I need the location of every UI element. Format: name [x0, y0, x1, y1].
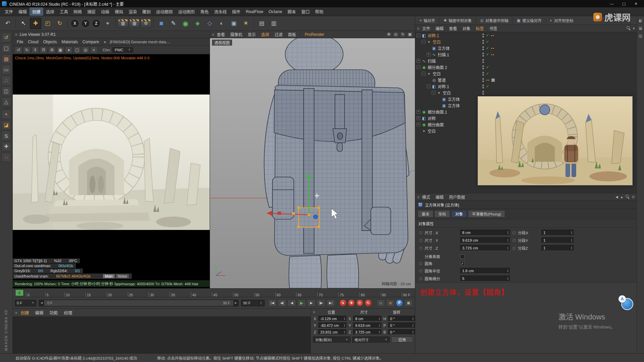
anim-dot-icon[interactable] [419, 231, 422, 234]
model-mode-button[interactable]: ▢ [2, 44, 11, 53]
channel-select[interactable]: PMC▼ [112, 47, 133, 53]
key-position-button[interactable]: ✚ [348, 299, 355, 307]
size-input[interactable]: 9.619 cm [460, 237, 510, 243]
paint-tool-button[interactable]: ◪ [2, 120, 11, 130]
stepper-icon[interactable] [570, 238, 573, 243]
minimize-button[interactable]: — [606, 0, 618, 7]
menu-渲染[interactable]: 渲染 [126, 7, 140, 16]
polygons-mode-button[interactable]: △ [2, 97, 11, 107]
tree-expand-icon[interactable]: + [427, 53, 430, 56]
stepper-icon[interactable] [506, 230, 509, 235]
lock-x-button[interactable]: X [70, 19, 79, 28]
make-editable-button[interactable]: ↺ [2, 33, 11, 42]
tree-item-立方体[interactable]: ▣立方体✓●● [415, 45, 637, 51]
segments-input[interactable]: 1 [541, 245, 574, 251]
align-button-4[interactable]: ▣使父级对齐 [515, 17, 544, 24]
attr-tab-坐标[interactable]: 坐标 [434, 210, 450, 218]
tree-item-扫描.1[interactable]: +∿扫描.1✓●● [415, 51, 637, 58]
key-rotation-button[interactable]: ↻ [365, 299, 372, 307]
scale-button[interactable]: ◰ [42, 18, 53, 29]
tag-dots-icon[interactable]: ●● [486, 79, 489, 81]
lv-menu-Materials[interactable]: Materials [59, 39, 80, 45]
mat-tab-创建[interactable]: 创建 [18, 308, 32, 317]
tree-expand-icon[interactable]: − [417, 65, 420, 69]
stepper-icon[interactable] [342, 316, 346, 321]
attr-menu-编辑[interactable]: 编辑 [433, 193, 446, 200]
main-tab[interactable]: Main [103, 274, 115, 279]
attr-tab-平滑着色(Phong)[interactable]: 平滑着色(Phong) [468, 210, 505, 218]
end-frame-input[interactable]: 90 F [241, 300, 265, 306]
next-key-button[interactable]: |▶ [317, 299, 325, 307]
timeline-range-slider[interactable]: ◀ 0 F 90 F ▶ [39, 300, 238, 306]
lv-pin-button[interactable]: ⌖ [90, 47, 98, 53]
toggle-view-icon[interactable]: ▣ [407, 32, 413, 37]
render-canvas[interactable]: Check:1ms./3ms. MeshGen:0ms. Update[G]:0… [13, 54, 210, 288]
anim-dot-icon[interactable] [513, 239, 516, 242]
tree-item-扫描[interactable]: +∿扫描 [415, 58, 637, 64]
segments-input[interactable]: 1 [541, 237, 574, 243]
size-input[interactable]: 9.619 cm [353, 322, 381, 328]
vp-menu-显示[interactable]: 显示 [245, 31, 258, 38]
lv-pause-button[interactable]: ‖ [32, 47, 39, 53]
attr-menu-模式[interactable]: 模式 [419, 193, 433, 200]
menu-网格[interactable]: 网格 [71, 7, 85, 16]
stepper-icon[interactable] [506, 276, 509, 281]
timeline-playhead[interactable]: 0 [15, 290, 23, 296]
autokey-button[interactable]: ◎ [386, 299, 395, 307]
material-list-empty[interactable] [13, 317, 311, 353]
menu-Octane[interactable]: Octane [266, 8, 285, 15]
search-icon[interactable] [627, 26, 631, 31]
tree-item-空白[interactable]: −⌖空白✓ [415, 39, 637, 45]
enabled-check-icon[interactable]: ✓ [486, 33, 489, 38]
mat-tab-功能[interactable]: 功能 [47, 308, 60, 317]
render-view-button[interactable]: ▦ [118, 18, 128, 28]
range-left-arrow-icon[interactable]: ◀ [39, 300, 44, 306]
om-menu-标签[interactable]: 标签 [473, 25, 486, 32]
prev-key-button[interactable]: ◀| [278, 299, 286, 307]
stepper-icon[interactable] [411, 329, 415, 335]
render-settings-button[interactable]: ⚙ [141, 18, 151, 28]
attr-tab-对象[interactable]: 对象 [451, 210, 467, 218]
mat-tab-纹理[interactable]: 纹理 [61, 308, 75, 317]
enabled-check-icon[interactable]: ✓ [486, 46, 489, 50]
tree-item-管道[interactable]: ◎管道●● [415, 77, 637, 83]
visibility-toggle-icon[interactable] [482, 84, 484, 89]
visibility-toggle-icon[interactable] [482, 46, 484, 51]
menu-编辑[interactable]: 编辑 [16, 7, 30, 16]
stepper-icon[interactable] [411, 323, 415, 328]
position-input[interactable]: 23.831 cm [318, 329, 346, 335]
stepper-icon[interactable] [570, 230, 573, 235]
vp-menu-面板[interactable]: 面板 [285, 31, 299, 38]
stepper-icon[interactable] [377, 329, 381, 335]
lv-picker-button[interactable]: ◎ [82, 47, 89, 53]
attr-menu-用户数据[interactable]: 用户数据 [446, 193, 468, 200]
position-input[interactable]: -83.472 cm [318, 322, 346, 328]
axis-mode-button[interactable]: ⌖ [2, 110, 11, 119]
stepper-icon[interactable] [342, 323, 346, 328]
lv-region-button[interactable]: ▢ [73, 47, 81, 53]
move-button[interactable]: ✚ [30, 18, 41, 29]
tree-expand-icon[interactable]: + [417, 123, 420, 126]
tag-dots-icon[interactable]: ●● [491, 53, 494, 56]
separate-surfaces-checkbox[interactable] [460, 254, 465, 259]
tree-expand-icon[interactable]: − [422, 72, 425, 75]
enabled-check-icon[interactable]: ✓ [486, 84, 489, 88]
menu-运动图形[interactable]: 运动图形 [175, 7, 198, 16]
lock-icon[interactable]: ⊙ [632, 195, 635, 199]
tree-item-对称.1[interactable]: −◧对称.1✓●● [415, 32, 637, 39]
lv-camera-button[interactable]: ▣ [57, 47, 64, 53]
rotation-input[interactable]: 0 ° [388, 322, 415, 328]
rotate-button[interactable]: ↻ [54, 18, 65, 29]
tree-expand-icon[interactable]: + [417, 59, 420, 63]
lv-settings-button[interactable]: ⚙ [48, 47, 56, 53]
align-button-2[interactable]: ✚轴居中到对象 [441, 17, 474, 24]
wireframe-backpack-model[interactable] [210, 38, 415, 288]
pin-icon[interactable]: ▲ [620, 195, 624, 199]
pan-view-icon[interactable]: ✚ [386, 32, 392, 37]
anim-dot-icon[interactable] [513, 231, 516, 234]
size-mode-select[interactable]: 绝对尺寸▼ [352, 337, 390, 343]
tag-dots-icon[interactable]: ●● [491, 47, 494, 49]
size-input[interactable]: 8 cm [353, 316, 381, 321]
anim-dot-icon[interactable] [419, 269, 422, 273]
add-camera-button[interactable]: ▣ [228, 18, 239, 29]
